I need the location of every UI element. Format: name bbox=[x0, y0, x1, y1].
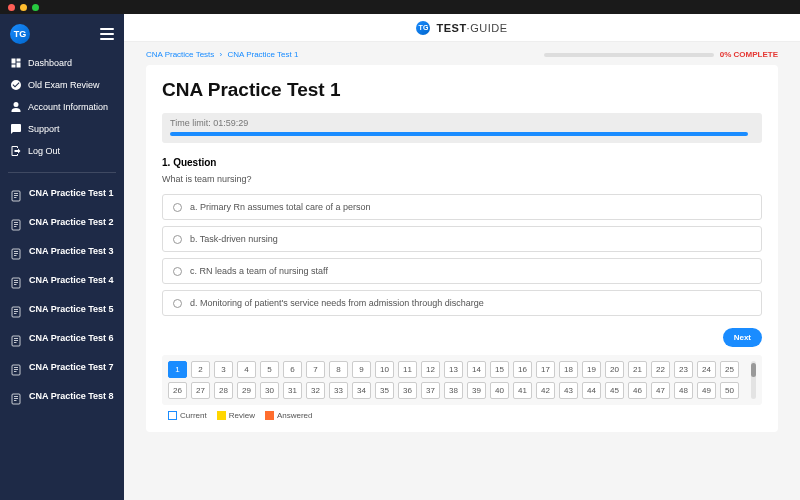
test-item[interactable]: CNA Practice Test 1 bbox=[0, 181, 124, 210]
timer-text: Time limit: 01:59:29 bbox=[170, 118, 754, 128]
svg-rect-20 bbox=[12, 336, 20, 346]
question-nav-11[interactable]: 11 bbox=[398, 361, 417, 378]
nav-item-account-information[interactable]: Account Information bbox=[0, 96, 124, 118]
answer-option[interactable]: c. RN leads a team of nursing staff bbox=[162, 258, 762, 284]
question-nav-27[interactable]: 27 bbox=[191, 382, 210, 399]
sidebar-divider bbox=[8, 172, 116, 173]
document-icon bbox=[10, 218, 22, 232]
radio-icon bbox=[173, 235, 182, 244]
question-nav-24[interactable]: 24 bbox=[697, 361, 716, 378]
question-nav-50[interactable]: 50 bbox=[720, 382, 739, 399]
question-nav-45[interactable]: 45 bbox=[605, 382, 624, 399]
main-content: TG TEST·GUIDE CNA Practice Tests › CNA P… bbox=[124, 14, 800, 500]
test-item[interactable]: CNA Practice Test 8 bbox=[0, 384, 124, 413]
answers-list: a. Primary Rn assumes total care of a pe… bbox=[162, 194, 762, 316]
test-item[interactable]: CNA Practice Test 6 bbox=[0, 326, 124, 355]
answer-option[interactable]: d. Monitoring of patient's service needs… bbox=[162, 290, 762, 316]
document-icon bbox=[10, 334, 22, 348]
question-nav-2[interactable]: 2 bbox=[191, 361, 210, 378]
menu-toggle-icon[interactable] bbox=[100, 28, 114, 40]
question-nav-23[interactable]: 23 bbox=[674, 361, 693, 378]
question-nav-48[interactable]: 48 bbox=[674, 382, 693, 399]
question-nav-19[interactable]: 19 bbox=[582, 361, 601, 378]
question-nav-5[interactable]: 5 bbox=[260, 361, 279, 378]
question-nav-7[interactable]: 7 bbox=[306, 361, 325, 378]
question-nav-28[interactable]: 28 bbox=[214, 382, 233, 399]
question-nav-16[interactable]: 16 bbox=[513, 361, 532, 378]
question-nav-14[interactable]: 14 bbox=[467, 361, 486, 378]
question-nav-10[interactable]: 10 bbox=[375, 361, 394, 378]
nav-item-log-out[interactable]: Log Out bbox=[0, 140, 124, 162]
svg-rect-24 bbox=[12, 365, 20, 375]
question-nav-25[interactable]: 25 bbox=[720, 361, 739, 378]
svg-rect-0 bbox=[12, 191, 20, 201]
test-item[interactable]: CNA Practice Test 3 bbox=[0, 239, 124, 268]
question-nav-32[interactable]: 32 bbox=[306, 382, 325, 399]
question-nav-1[interactable]: 1 bbox=[168, 361, 187, 378]
question-nav-15[interactable]: 15 bbox=[490, 361, 509, 378]
svg-rect-16 bbox=[12, 307, 20, 317]
question-nav-26[interactable]: 26 bbox=[168, 382, 187, 399]
nav-item-old-exam-review[interactable]: Old Exam Review bbox=[0, 74, 124, 96]
question-nav-17[interactable]: 17 bbox=[536, 361, 555, 378]
minimize-window-icon[interactable] bbox=[20, 4, 27, 11]
question-nav-39[interactable]: 39 bbox=[467, 382, 486, 399]
question-nav-43[interactable]: 43 bbox=[559, 382, 578, 399]
question-nav-22[interactable]: 22 bbox=[651, 361, 670, 378]
svg-rect-12 bbox=[12, 278, 20, 288]
question-nav-41[interactable]: 41 bbox=[513, 382, 532, 399]
breadcrumb-current[interactable]: CNA Practice Test 1 bbox=[227, 50, 298, 59]
maximize-window-icon[interactable] bbox=[32, 4, 39, 11]
test-item-label: CNA Practice Test 3 bbox=[29, 246, 114, 261]
question-nav-38[interactable]: 38 bbox=[444, 382, 463, 399]
question-nav-6[interactable]: 6 bbox=[283, 361, 302, 378]
grid-scrollbar[interactable] bbox=[751, 361, 756, 399]
question-nav-18[interactable]: 18 bbox=[559, 361, 578, 378]
question-nav-29[interactable]: 29 bbox=[237, 382, 256, 399]
question-nav-34[interactable]: 34 bbox=[352, 382, 371, 399]
dashboard-icon bbox=[10, 57, 22, 69]
question-nav-31[interactable]: 31 bbox=[283, 382, 302, 399]
nav-section: DashboardOld Exam ReviewAccount Informat… bbox=[0, 52, 124, 168]
sidebar: TG DashboardOld Exam ReviewAccount Infor… bbox=[0, 14, 124, 500]
nav-item-dashboard[interactable]: Dashboard bbox=[0, 52, 124, 74]
question-nav-46[interactable]: 46 bbox=[628, 382, 647, 399]
nav-item-support[interactable]: Support bbox=[0, 118, 124, 140]
document-icon bbox=[10, 247, 22, 261]
close-window-icon[interactable] bbox=[8, 4, 15, 11]
question-nav-37[interactable]: 37 bbox=[421, 382, 440, 399]
test-item[interactable]: CNA Practice Test 4 bbox=[0, 268, 124, 297]
question-nav-36[interactable]: 36 bbox=[398, 382, 417, 399]
test-item[interactable]: CNA Practice Test 2 bbox=[0, 210, 124, 239]
question-nav-12[interactable]: 12 bbox=[421, 361, 440, 378]
question-nav-49[interactable]: 49 bbox=[697, 382, 716, 399]
user-icon bbox=[10, 101, 22, 113]
question-nav-33[interactable]: 33 bbox=[329, 382, 348, 399]
question-nav-3[interactable]: 3 bbox=[214, 361, 233, 378]
radio-icon bbox=[173, 203, 182, 212]
question-nav-40[interactable]: 40 bbox=[490, 382, 509, 399]
question-nav-4[interactable]: 4 bbox=[237, 361, 256, 378]
question-nav-21[interactable]: 21 bbox=[628, 361, 647, 378]
question-nav-9[interactable]: 9 bbox=[352, 361, 371, 378]
svg-rect-4 bbox=[12, 220, 20, 230]
question-nav-8[interactable]: 8 bbox=[329, 361, 348, 378]
question-nav-13[interactable]: 13 bbox=[444, 361, 463, 378]
answer-option[interactable]: a. Primary Rn assumes total care of a pe… bbox=[162, 194, 762, 220]
window-chrome bbox=[0, 0, 800, 14]
breadcrumb-parent[interactable]: CNA Practice Tests bbox=[146, 50, 214, 59]
question-nav-42[interactable]: 42 bbox=[536, 382, 555, 399]
next-button[interactable]: Next bbox=[723, 328, 762, 347]
question-nav-35[interactable]: 35 bbox=[375, 382, 394, 399]
nav-item-label: Support bbox=[28, 124, 60, 134]
test-item[interactable]: CNA Practice Test 5 bbox=[0, 297, 124, 326]
question-nav-20[interactable]: 20 bbox=[605, 361, 624, 378]
question-nav-44[interactable]: 44 bbox=[582, 382, 601, 399]
test-item-label: CNA Practice Test 6 bbox=[29, 333, 114, 348]
test-item-label: CNA Practice Test 5 bbox=[29, 304, 114, 319]
question-nav-47[interactable]: 47 bbox=[651, 382, 670, 399]
question-nav-30[interactable]: 30 bbox=[260, 382, 279, 399]
test-card: CNA Practice Test 1 Time limit: 01:59:29… bbox=[146, 65, 778, 432]
test-item[interactable]: CNA Practice Test 7 bbox=[0, 355, 124, 384]
answer-option[interactable]: b. Task-driven nursing bbox=[162, 226, 762, 252]
